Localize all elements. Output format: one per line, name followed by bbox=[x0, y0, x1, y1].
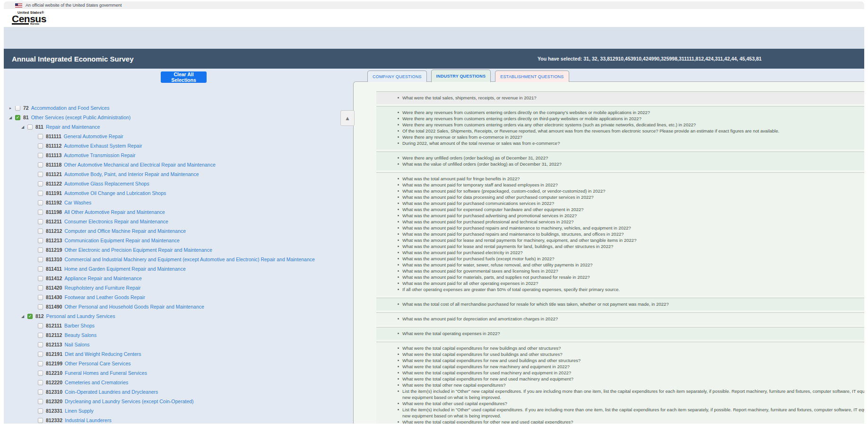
tree-item-812210[interactable]: 812210Funeral Homes and Funeral Services bbox=[4, 368, 340, 378]
tree-item-label[interactable]: Other Personal Care Services bbox=[65, 361, 130, 366]
tree-item-label[interactable]: Coin-Operated Laundries and Drycleaners bbox=[65, 389, 158, 395]
tree-item-72[interactable]: ▸72Accommodation and Food Services bbox=[4, 106, 340, 113]
tree-item-label[interactable]: Appliance Repair and Maintenance bbox=[64, 275, 141, 281]
checkbox-unchecked[interactable] bbox=[38, 361, 43, 366]
checkbox-unchecked[interactable] bbox=[38, 153, 43, 158]
tree-item-label[interactable]: Computer and Office Machine Repair and M… bbox=[64, 228, 186, 234]
tree-item-label[interactable]: Nail Salons bbox=[64, 342, 89, 347]
checkbox-unchecked[interactable] bbox=[38, 181, 43, 186]
tree-item-812[interactable]: ◢✓812Personal and Laundry Services bbox=[4, 311, 340, 321]
tree-item-811198[interactable]: 811198All Other Automotive Repair and Ma… bbox=[4, 207, 340, 217]
tree-item-811211[interactable]: 811211Consumer Electronics Repair and Ma… bbox=[4, 217, 340, 226]
checkbox-unchecked[interactable] bbox=[38, 219, 43, 224]
tree-item-811112[interactable]: 811112Automotive Exhaust System Repair bbox=[4, 141, 340, 151]
tree-item-811412[interactable]: 811412Appliance Repair and Maintenance bbox=[4, 274, 340, 283]
tree-item-812320[interactable]: 812320Drycleaning and Laundry Services (… bbox=[4, 397, 340, 406]
checkbox-unchecked[interactable] bbox=[38, 266, 43, 272]
tree-item-label[interactable]: Automotive Exhaust System Repair bbox=[64, 143, 142, 149]
tree-item-label[interactable]: Automotive Body, Paint, and Interior Rep… bbox=[64, 171, 199, 177]
tree-item-label[interactable]: Communication Equipment Repair and Maint… bbox=[64, 238, 179, 243]
tree-item-label[interactable]: Linen Supply bbox=[65, 408, 94, 414]
tree-item-label[interactable]: Consumer Electronics Repair and Maintena… bbox=[64, 219, 168, 224]
tree-item-812220[interactable]: 812220Cemeteries and Crematories bbox=[4, 378, 340, 387]
tree-item-label[interactable]: Funeral Homes and Funeral Services bbox=[65, 370, 147, 376]
tree-item-label[interactable]: General Automotive Repair bbox=[64, 133, 123, 139]
scroll-up-button[interactable]: ▲ bbox=[340, 110, 355, 126]
tree-item-811111[interactable]: 811111General Automotive Repair bbox=[4, 132, 340, 141]
tree-item-811191[interactable]: 811191Automotive Oil Change and Lubricat… bbox=[4, 188, 340, 198]
tree-item-811213[interactable]: 811213Communication Equipment Repair and… bbox=[4, 236, 340, 245]
tree-item-label[interactable]: Reupholstery and Furniture Repair bbox=[64, 285, 140, 291]
checkbox-unchecked[interactable] bbox=[38, 134, 43, 139]
checkbox-unchecked[interactable] bbox=[38, 418, 43, 423]
checkbox-unchecked[interactable] bbox=[38, 229, 43, 234]
collapse-arrow-icon[interactable]: ◢ bbox=[8, 115, 13, 120]
tree-item-label[interactable]: Automotive Transmission Repair bbox=[64, 152, 135, 158]
tree-item-label[interactable]: Drycleaning and Laundry Services (except… bbox=[65, 398, 194, 404]
tab-company-questions[interactable]: COMPANY QUESTIONS bbox=[367, 71, 427, 82]
tree-item-label[interactable]: Footwear and Leather Goods Repair bbox=[64, 294, 145, 300]
checkbox-unchecked[interactable] bbox=[38, 285, 43, 291]
tree-item-label[interactable]: Automotive Glass Replacement Shops bbox=[64, 181, 149, 186]
checkbox-unchecked[interactable] bbox=[38, 276, 43, 281]
tree-item-811212[interactable]: 811212Computer and Office Machine Repair… bbox=[4, 226, 340, 236]
checkbox-unchecked[interactable] bbox=[38, 304, 43, 310]
tree-item-label[interactable]: Repair and Maintenance bbox=[46, 124, 100, 130]
checkbox-unchecked[interactable] bbox=[38, 238, 43, 243]
tree-item-812112[interactable]: 812112Beauty Salons bbox=[4, 330, 340, 340]
checkbox-unchecked[interactable] bbox=[27, 124, 33, 130]
tree-item-label[interactable]: All Other Automotive Repair and Maintena… bbox=[64, 209, 165, 215]
tree-item-label[interactable]: Commercial and Industrial Machinery and … bbox=[64, 257, 314, 262]
tree-item-label[interactable]: Other Electronic and Precision Equipment… bbox=[64, 247, 212, 253]
checkbox-unchecked[interactable] bbox=[38, 172, 43, 177]
checkbox-unchecked[interactable] bbox=[38, 371, 43, 376]
tree-item-812331[interactable]: 812331Linen Supply bbox=[4, 406, 340, 416]
tab-establishment-questions[interactable]: ESTABLISHMENT QUESTIONS bbox=[495, 71, 569, 82]
checkbox-unchecked[interactable] bbox=[38, 200, 43, 205]
checkbox-unchecked[interactable] bbox=[38, 162, 43, 168]
checkbox-unchecked[interactable] bbox=[38, 399, 43, 404]
checkbox-checked[interactable]: ✓ bbox=[15, 115, 20, 120]
checkbox-unchecked[interactable] bbox=[38, 143, 43, 149]
checkbox-unchecked[interactable] bbox=[38, 248, 43, 253]
tree-item-811490[interactable]: 811490Other Personal and Household Goods… bbox=[4, 302, 340, 311]
tree-item-label[interactable]: Cemeteries and Crematories bbox=[65, 380, 128, 385]
tree-item-label[interactable]: Home and Garden Equipment Repair and Mai… bbox=[64, 266, 186, 272]
tree-item-label[interactable]: Car Washes bbox=[64, 200, 91, 205]
checkbox-unchecked[interactable] bbox=[38, 380, 43, 385]
tree-item-811113[interactable]: 811113Automotive Transmission Repair bbox=[4, 151, 340, 160]
tree-item-81[interactable]: ◢✓81Other Services (except Public Admini… bbox=[4, 113, 340, 122]
tree-item-811[interactable]: ◢811Repair and Maintenance bbox=[4, 122, 340, 132]
checkbox-unchecked[interactable] bbox=[38, 191, 43, 196]
checkbox-checked[interactable]: ✓ bbox=[27, 314, 33, 319]
checkbox-unchecked[interactable] bbox=[38, 257, 43, 262]
tab-industry-questions[interactable]: INDUSTRY QUESTIONS bbox=[431, 70, 491, 82]
collapse-arrow-icon[interactable]: ◢ bbox=[20, 125, 26, 129]
tree-item-811122[interactable]: 811122Automotive Glass Replacement Shops bbox=[4, 179, 340, 188]
checkbox-unchecked[interactable] bbox=[38, 333, 43, 338]
expand-arrow-icon[interactable]: ▸ bbox=[8, 106, 13, 110]
tree-item-812191[interactable]: 812191Diet and Weight Reducing Centers bbox=[4, 349, 340, 359]
tree-item-811420[interactable]: 811420Reupholstery and Furniture Repair bbox=[4, 283, 340, 292]
tree-item-812111[interactable]: 812111Barber Shops bbox=[4, 321, 340, 330]
tree-item-label[interactable]: Beauty Salons bbox=[64, 332, 96, 338]
tree-item-812113[interactable]: 812113Nail Salons bbox=[4, 340, 340, 349]
tree-item-label[interactable]: Automotive Oil Change and Lubrication Sh… bbox=[64, 190, 166, 196]
tree-item-811192[interactable]: 811192Car Washes bbox=[4, 198, 340, 207]
tree-item-label[interactable]: Personal and Laundry Services bbox=[46, 313, 115, 319]
tree-item-811219[interactable]: 811219Other Electronic and Precision Equ… bbox=[4, 245, 340, 255]
tree-item-label[interactable]: Other Services (except Public Administra… bbox=[31, 115, 131, 120]
tree-item-812199[interactable]: 812199Other Personal Care Services bbox=[4, 359, 340, 368]
tree-item-label[interactable]: Diet and Weight Reducing Centers bbox=[65, 351, 141, 357]
tree-item-label[interactable]: Industrial Launderers bbox=[65, 417, 112, 423]
tree-item-812310[interactable]: 812310Coin-Operated Laundries and Drycle… bbox=[4, 387, 340, 397]
checkbox-unchecked[interactable] bbox=[15, 106, 20, 111]
checkbox-unchecked[interactable] bbox=[38, 408, 43, 414]
tree-item-label[interactable]: Barber Shops bbox=[64, 323, 95, 328]
checkbox-unchecked[interactable] bbox=[38, 352, 43, 357]
tree-item-811430[interactable]: 811430Footwear and Leather Goods Repair bbox=[4, 292, 340, 302]
tree-item-811411[interactable]: 811411Home and Garden Equipment Repair a… bbox=[4, 264, 340, 274]
tree-item-label[interactable]: Other Automotive Mechanical and Electric… bbox=[64, 162, 215, 168]
checkbox-unchecked[interactable] bbox=[38, 342, 43, 347]
clear-all-selections-button[interactable]: Clear All Selections bbox=[161, 71, 207, 83]
